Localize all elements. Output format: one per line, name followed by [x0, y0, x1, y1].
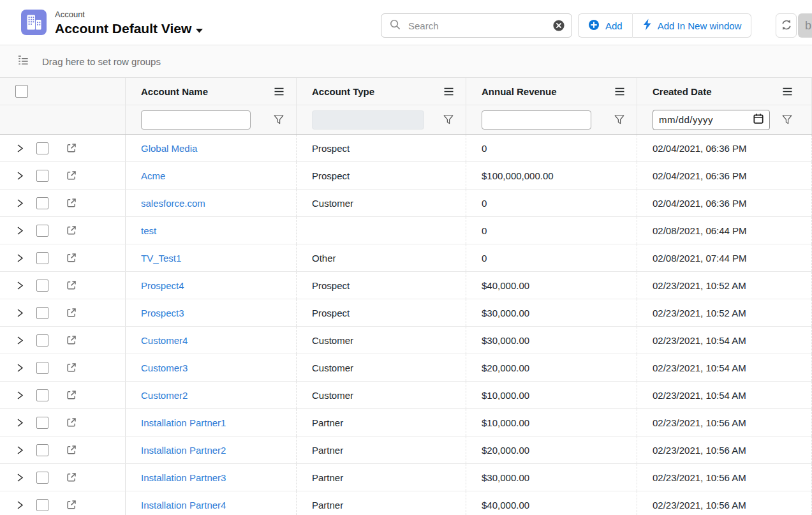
row-checkbox[interactable]: [36, 307, 48, 319]
external-link-icon[interactable]: [66, 197, 77, 209]
expand-chevron-icon[interactable]: [15, 253, 24, 263]
external-link-icon[interactable]: [66, 334, 77, 346]
cut-off-button[interactable]: b: [798, 13, 812, 38]
expand-chevron-icon[interactable]: [15, 281, 24, 290]
filter-account-name-input[interactable]: [141, 110, 251, 130]
expand-chevron-icon[interactable]: [15, 473, 24, 482]
account-name-link[interactable]: Prospect3: [141, 308, 184, 318]
plus-circle-icon: [588, 19, 600, 33]
external-link-icon[interactable]: [66, 389, 77, 401]
filter-annual-revenue-input[interactable]: [482, 110, 591, 130]
expand-chevron-icon[interactable]: [15, 363, 24, 373]
external-link-icon[interactable]: [66, 225, 77, 236]
column-header-account-name[interactable]: Account Name: [126, 78, 297, 105]
expand-chevron-icon[interactable]: [15, 445, 24, 455]
filter-cell-annual-revenue: [466, 105, 637, 134]
search-input[interactable]: [407, 20, 552, 32]
hamburger-menu-icon[interactable]: [615, 87, 624, 96]
calendar-icon[interactable]: [753, 113, 764, 126]
clear-search-button[interactable]: [552, 19, 565, 32]
row-checkbox[interactable]: [36, 389, 48, 401]
row-checkbox[interactable]: [36, 362, 48, 374]
account-name-link[interactable]: Installation Partner4: [141, 500, 226, 511]
external-link-icon[interactable]: [66, 472, 77, 483]
row-checkbox[interactable]: [36, 142, 48, 154]
annual-revenue-cell: $30,000.00: [466, 464, 637, 491]
funnel-icon[interactable]: [443, 115, 454, 124]
external-link-icon[interactable]: [66, 307, 77, 318]
expand-chevron-icon[interactable]: [15, 144, 24, 153]
filter-created-date-input[interactable]: mm/dd/yyyy: [653, 110, 770, 130]
account-name-link[interactable]: Acme: [141, 170, 165, 181]
view-selector[interactable]: Account Default View: [55, 21, 203, 36]
row-checkbox[interactable]: [36, 444, 48, 456]
expand-chevron-icon[interactable]: [15, 198, 24, 208]
expand-chevron-icon[interactable]: [15, 336, 24, 345]
created-date-value: 02/08/2021, 07:44 PM: [653, 253, 747, 264]
add-in-new-window-button[interactable]: Add In New window: [632, 13, 752, 38]
hamburger-menu-icon[interactable]: [444, 87, 454, 96]
row-checkbox[interactable]: [36, 417, 48, 429]
expand-chevron-icon[interactable]: [15, 226, 24, 235]
funnel-icon[interactable]: [614, 115, 624, 124]
external-link-icon[interactable]: [66, 417, 77, 428]
refresh-button[interactable]: [776, 13, 797, 38]
row-checkbox[interactable]: [36, 280, 48, 292]
account-name-link[interactable]: Installation Partner1: [141, 417, 226, 428]
account-name-link[interactable]: Prospect4: [141, 280, 184, 291]
column-header-account-type[interactable]: Account Type: [297, 78, 466, 105]
created-date-value: 02/23/2021, 10:52 AM: [653, 280, 746, 291]
account-name-link[interactable]: Customer4: [141, 335, 188, 346]
row-checkbox[interactable]: [36, 472, 48, 484]
created-date-cell: 02/23/2021, 10:54 AM: [637, 354, 812, 381]
expand-chevron-icon[interactable]: [15, 500, 24, 510]
account-type-value: Partner: [312, 500, 343, 511]
column-header-created-date[interactable]: Created Date: [637, 78, 812, 105]
row-controls-cell: [0, 464, 126, 491]
account-name-link[interactable]: Customer2: [141, 390, 188, 401]
search-box: [381, 13, 572, 38]
row-controls-cell: [0, 491, 126, 515]
select-all-checkbox[interactable]: [15, 85, 28, 98]
row-checkbox[interactable]: [36, 252, 48, 264]
expand-chevron-icon[interactable]: [15, 171, 24, 181]
column-header-annual-revenue[interactable]: Annual Revenue: [466, 78, 637, 105]
hamburger-menu-icon[interactable]: [274, 87, 284, 96]
external-link-icon[interactable]: [66, 170, 77, 181]
row-checkbox[interactable]: [36, 197, 48, 209]
row-group-panel[interactable]: Drag here to set row groups: [0, 45, 812, 78]
row-checkbox[interactable]: [36, 499, 48, 511]
external-link-icon[interactable]: [66, 142, 77, 154]
annual-revenue-value: $20,000.00: [482, 445, 529, 456]
account-name-link[interactable]: salesforce.com: [141, 198, 205, 209]
expand-chevron-icon[interactable]: [15, 308, 24, 318]
annual-revenue-value: $100,000,000.00: [482, 170, 554, 181]
account-name-link[interactable]: Customer3: [141, 362, 188, 373]
account-type-cell: Other: [297, 244, 466, 271]
table-row: Customer3 Customer $20,000.00 02/23/2021…: [0, 354, 812, 382]
expand-chevron-icon[interactable]: [15, 391, 24, 400]
account-name-link[interactable]: TV_Test1: [141, 253, 181, 264]
account-name-cell: Prospect4: [126, 272, 297, 299]
row-checkbox[interactable]: [36, 334, 48, 347]
external-link-icon[interactable]: [66, 499, 77, 511]
row-controls-cell: [0, 135, 126, 161]
expand-chevron-icon[interactable]: [15, 418, 24, 428]
row-group-panel-text: Drag here to set row groups: [42, 56, 161, 67]
add-button[interactable]: Add: [578, 13, 632, 38]
account-name-link[interactable]: Installation Partner2: [141, 445, 226, 456]
funnel-icon[interactable]: [782, 115, 792, 124]
external-link-icon[interactable]: [66, 280, 77, 291]
account-name-link[interactable]: test: [141, 225, 156, 236]
account-type-cell: Customer: [297, 354, 466, 381]
hamburger-menu-icon[interactable]: [783, 87, 792, 96]
account-name-link[interactable]: Installation Partner3: [141, 472, 226, 483]
row-checkbox[interactable]: [36, 225, 48, 237]
funnel-icon[interactable]: [274, 115, 284, 124]
account-type-cell: Prospect: [297, 135, 466, 161]
row-checkbox[interactable]: [36, 170, 48, 182]
external-link-icon[interactable]: [66, 252, 77, 264]
external-link-icon[interactable]: [66, 444, 77, 456]
account-name-link[interactable]: Global Media: [141, 143, 197, 154]
external-link-icon[interactable]: [66, 362, 77, 373]
